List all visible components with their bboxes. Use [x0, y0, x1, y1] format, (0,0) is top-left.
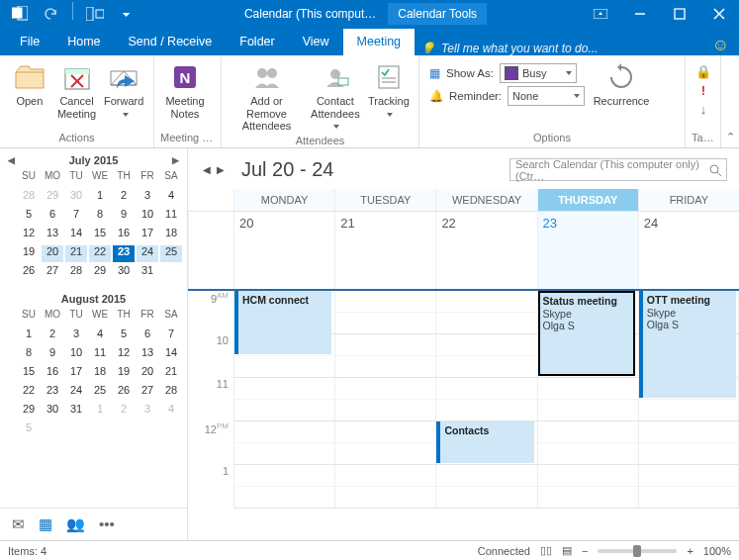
view-switch-icon[interactable] [81, 2, 109, 26]
date-cell[interactable]: 23 [537, 212, 638, 289]
minicalendar-day[interactable]: 15 [89, 227, 111, 243]
minicalendar-day[interactable]: 4 [89, 327, 111, 344]
time-cell[interactable] [334, 421, 435, 443]
time-cell[interactable] [638, 487, 739, 509]
time-cell[interactable] [334, 356, 435, 378]
minicalendar-day[interactable]: 5 [18, 208, 40, 225]
time-cell[interactable] [233, 400, 334, 421]
time-cell[interactable] [537, 487, 638, 509]
time-cell[interactable] [233, 465, 334, 487]
time-cell[interactable] [537, 443, 638, 465]
minicalendar-day[interactable]: 1 [18, 327, 40, 344]
time-cell[interactable] [334, 443, 435, 465]
open-button[interactable]: Open [6, 59, 53, 132]
minicalendar-day[interactable]: 17 [137, 227, 158, 243]
minicalendar-day[interactable]: 28 [18, 189, 40, 206]
minicalendar-day[interactable]: 2 [42, 327, 63, 344]
minicalendar-day[interactable]: 22 [18, 384, 40, 401]
qat-dropdown-icon[interactable]: ⏷ [113, 2, 140, 26]
minicalendar-day[interactable]: 27 [137, 384, 158, 401]
minicalendar-day[interactable]: 10 [137, 208, 158, 225]
minicalendar-day[interactable]: 24 [137, 245, 158, 262]
reminder-field[interactable]: None [508, 86, 585, 106]
show-as-field[interactable]: Busy [500, 63, 577, 83]
maximize-button[interactable] [660, 0, 699, 28]
minicalendar-day[interactable]: 31 [137, 264, 158, 281]
prev-week-icon[interactable]: ◀ [200, 164, 214, 175]
minicalendar-day[interactable]: 13 [137, 346, 158, 363]
appointment[interactable]: Contacts [436, 421, 533, 463]
minicalendar-day[interactable]: 6 [137, 327, 158, 344]
minicalendar-day[interactable]: 24 [65, 384, 87, 401]
collapse-ribbon-icon[interactable]: ⌃ [721, 55, 739, 147]
minicalendar-day[interactable]: 23 [113, 245, 135, 262]
time-cell[interactable] [334, 334, 435, 356]
time-cell[interactable] [435, 378, 536, 400]
minicalendar-day[interactable]: 8 [89, 208, 111, 225]
cancel-meeting-button[interactable]: Cancel Meeting [53, 59, 101, 132]
time-cell[interactable] [435, 487, 536, 509]
minicalendar-day[interactable]: 5 [113, 327, 135, 344]
time-cell[interactable] [233, 421, 334, 443]
time-cell[interactable] [435, 313, 536, 334]
mail-nav-icon[interactable]: ✉ [12, 515, 25, 533]
next-week-icon[interactable]: ▶ [214, 164, 228, 175]
time-cell[interactable] [233, 487, 334, 509]
time-cell[interactable] [638, 421, 739, 443]
minicalendar-day[interactable]: 27 [42, 264, 63, 281]
minicalendar-day[interactable]: 22 [89, 245, 111, 262]
time-cell[interactable] [334, 487, 435, 509]
minicalendar-day[interactable]: 5 [18, 421, 40, 438]
minicalendar-day[interactable]: 28 [65, 264, 87, 281]
minicalendar-august[interactable]: SUMOTUWETHFRSA12345678910111213141516171… [0, 309, 187, 444]
time-cell[interactable] [334, 465, 435, 487]
importance-high-icon[interactable]: ! [701, 83, 705, 98]
minicalendar-day[interactable]: 7 [160, 327, 182, 344]
minicalendar-day[interactable]: 16 [42, 365, 63, 382]
minicalendar-day[interactable]: 3 [137, 403, 158, 420]
appointment[interactable]: Status meetingSkypeOlga S [538, 291, 635, 376]
minicalendar-day[interactable]: 4 [160, 189, 182, 206]
minicalendar-day[interactable]: 28 [160, 384, 182, 401]
minicalendar-day[interactable]: 18 [160, 227, 182, 243]
ribbon-display-options-icon[interactable] [581, 0, 620, 28]
minicalendar-day[interactable]: 12 [113, 346, 135, 363]
time-cell[interactable] [334, 378, 435, 400]
minicalendar-day[interactable]: 30 [113, 264, 135, 281]
undo-icon[interactable] [38, 2, 65, 26]
calendar-nav-icon[interactable]: ▦ [39, 515, 52, 533]
minicalendar-day[interactable]: 16 [113, 227, 135, 243]
minicalendar-day[interactable]: 30 [42, 403, 63, 420]
minicalendar-day[interactable]: 7 [65, 208, 87, 225]
minicalendar-day[interactable]: 30 [65, 189, 87, 206]
time-cell[interactable] [435, 334, 536, 356]
time-cell[interactable] [435, 356, 536, 378]
time-cell[interactable] [537, 378, 638, 400]
minicalendar-day[interactable]: 8 [18, 346, 40, 363]
minicalendar-day[interactable]: 9 [42, 346, 63, 363]
minicalendar-day[interactable]: 13 [42, 227, 63, 243]
minicalendar-day[interactable]: 20 [137, 365, 158, 382]
contact-attendees-button[interactable]: Contact Attendees [306, 59, 365, 135]
minicalendar-day[interactable]: 11 [89, 346, 111, 363]
minicalendar-day[interactable]: 29 [89, 264, 111, 281]
recurrence-button[interactable]: Recurrence [589, 59, 654, 132]
minicalendar-day[interactable]: 29 [18, 403, 40, 420]
minicalendar-day[interactable]: 18 [89, 365, 111, 382]
zoom-in-icon[interactable]: + [687, 545, 693, 557]
time-cell[interactable] [334, 291, 435, 313]
minicalendar-day[interactable]: 9 [113, 208, 135, 225]
time-cell[interactable] [334, 313, 435, 334]
minicalendar-day[interactable]: 31 [65, 403, 87, 420]
time-cell[interactable] [334, 400, 435, 421]
tab-file[interactable]: File [6, 29, 53, 55]
minicalendar-day[interactable]: 23 [42, 384, 63, 401]
minicalendar-day[interactable]: 25 [160, 245, 182, 262]
minicalendar-day[interactable]: 29 [42, 189, 63, 206]
meeting-notes-button[interactable]: NMeeting Notes [160, 59, 210, 132]
minicalendar-day[interactable]: 3 [137, 189, 158, 206]
minicalendar-day[interactable]: 26 [113, 384, 135, 401]
tell-me-search[interactable]: 💡Tell me what you want to do... [420, 42, 598, 55]
minicalendar-day[interactable]: 21 [160, 365, 182, 382]
minicalendar-day[interactable]: 1 [89, 403, 111, 420]
